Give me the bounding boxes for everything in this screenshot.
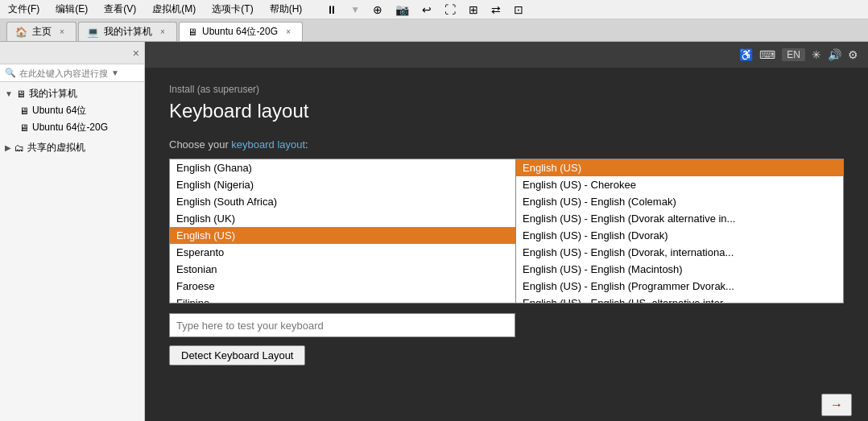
list-item[interactable]: English (US) - English (Programmer Dvora… — [516, 278, 843, 295]
volume-icon[interactable]: 🔊 — [828, 48, 841, 61]
main-area: × 🔍 ▼ ▼ 🖥 我的计算机 🖥 Ubuntu 64位 🖥 Ubuntu 64… — [0, 42, 868, 421]
toolbar-send-icon[interactable]: ⊕ — [368, 2, 387, 18]
toolbar-switch-icon[interactable]: ⇄ — [486, 2, 506, 18]
list-item[interactable]: English (US) - English (Macintosh) — [516, 261, 843, 278]
toolbar-more-icon[interactable]: ⊞ — [464, 2, 483, 18]
next-arrow-icon: → — [830, 398, 843, 412]
list-item[interactable]: Faroese — [170, 278, 515, 295]
tab-mypc-label: 我的计算机 — [104, 25, 152, 39]
list-item[interactable]: English (US) - English (US, alternative … — [516, 295, 843, 303]
page-title: Keyboard layout — [169, 100, 844, 122]
tab-home-icon: 🏠 — [15, 27, 27, 38]
menu-help[interactable]: 帮助(H) — [265, 1, 308, 18]
toolbar-restore-icon[interactable]: ↩ — [417, 2, 436, 18]
tab-ubuntu-close[interactable]: × — [283, 27, 294, 38]
keyboard-lists: English (Ghana) English (Nigeria) Englis… — [169, 159, 844, 303]
toolbar-fullscreen-icon[interactable]: ⛶ — [440, 2, 461, 18]
tab-home[interactable]: 🏠 主页 × — [6, 22, 76, 41]
toolbar-pause-icon[interactable]: ⏸ — [321, 2, 342, 18]
vm-20g-icon: 🖥 — [19, 122, 29, 134]
tab-home-label: 主页 — [32, 25, 52, 39]
search-input[interactable] — [19, 68, 108, 78]
expand-icon: ▼ — [5, 89, 13, 98]
menu-tab[interactable]: 选项卡(T) — [207, 1, 258, 18]
sidebar-item-mypc[interactable]: ▼ 🖥 我的计算机 — [0, 85, 144, 102]
list-item[interactable]: Estonian — [170, 261, 515, 278]
menu-bar: 文件(F) 编辑(E) 查看(V) 虚拟机(M) 选项卡(T) 帮助(H) ⏸ … — [0, 0, 868, 19]
list-item[interactable]: English (Ghana) — [170, 159, 515, 176]
sidebar: × 🔍 ▼ ▼ 🖥 我的计算机 🖥 Ubuntu 64位 🖥 Ubuntu 64… — [0, 42, 145, 421]
list-item[interactable]: English (US) - English (Dvorak, internat… — [516, 244, 843, 261]
tab-mypc[interactable]: 💻 我的计算机 × — [78, 22, 177, 41]
search-dropdown-icon[interactable]: ▼ — [111, 68, 119, 77]
toolbar-resize-icon[interactable]: ⊡ — [509, 2, 528, 18]
layout-left-list[interactable]: English (Ghana) English (Nigeria) Englis… — [169, 159, 515, 303]
list-item[interactable]: English (US) - English (Dvorak) — [516, 227, 843, 244]
list-item[interactable]: English (Nigeria) — [170, 176, 515, 193]
list-item[interactable]: English (US) - Cherokee — [516, 176, 843, 193]
content-area: ♿ ⌨ EN ✳ 🔊 ⚙ Install (as superuser) Keyb… — [145, 42, 868, 421]
ubuntu64-20g-label: Ubuntu 64位-20G — [32, 121, 108, 134]
sidebar-item-ubuntu64[interactable]: 🖥 Ubuntu 64位 — [0, 102, 144, 119]
tab-mypc-close[interactable]: × — [157, 27, 168, 38]
list-item[interactable]: Filipino — [170, 295, 515, 303]
sidebar-item-shared[interactable]: ▶ 🗂 共享的虚拟机 — [0, 139, 144, 156]
keyboard-test-input[interactable] — [169, 313, 515, 337]
bluetooth-icon[interactable]: ✳ — [812, 48, 821, 61]
language-indicator[interactable]: EN — [782, 48, 805, 61]
list-item[interactable]: English (US) - English (Dvorak alternati… — [516, 210, 843, 227]
tab-home-close[interactable]: × — [56, 27, 68, 38]
list-item-selected[interactable]: English (US) — [516, 159, 843, 176]
choose-label: Choose your keyboard layout: — [169, 138, 844, 151]
list-item[interactable]: English (UK) — [170, 210, 515, 227]
sidebar-search-bar: 🔍 ▼ — [0, 64, 144, 82]
tab-ubuntu[interactable]: 🖥 Ubuntu 64位-20G × — [179, 22, 303, 41]
sidebar-header: × — [0, 42, 144, 64]
settings-icon[interactable]: ⚙ — [848, 48, 858, 61]
menu-edit[interactable]: 编辑(E) — [51, 1, 93, 18]
tab-ubuntu-icon: 🖥 — [188, 27, 197, 38]
shared-expand-icon: ▶ — [5, 143, 11, 152]
shared-label: 共享的虚拟机 — [27, 141, 85, 155]
menu-view[interactable]: 查看(V) — [99, 1, 141, 18]
computer-icon: 🖥 — [16, 89, 26, 100]
keyboard-icon[interactable]: ⌨ — [759, 48, 775, 61]
tab-ubuntu-label: Ubuntu 64位-20G — [202, 25, 278, 39]
search-icon: 🔍 — [5, 68, 16, 78]
accessibility-icon[interactable]: ♿ — [739, 48, 753, 61]
keyboard-layout-link[interactable]: keyboard layout — [231, 138, 305, 151]
shared-icon: 🗂 — [14, 142, 24, 154]
layout-right-list[interactable]: English (US) English (US) - Cherokee Eng… — [515, 159, 844, 303]
sidebar-tree: ▼ 🖥 我的计算机 🖥 Ubuntu 64位 🖥 Ubuntu 64位-20G … — [0, 82, 144, 421]
vm-icon: 🖥 — [19, 105, 29, 117]
toolbar-snap-icon[interactable]: 📷 — [391, 2, 414, 18]
next-button[interactable]: → — [821, 394, 852, 416]
sidebar-close-button[interactable]: × — [133, 47, 139, 60]
ubuntu64-label: Ubuntu 64位 — [32, 104, 86, 118]
sidebar-item-ubuntu64-20g[interactable]: 🖥 Ubuntu 64位-20G — [0, 119, 144, 136]
status-bar: ♿ ⌨ EN ✳ 🔊 ⚙ — [145, 42, 868, 68]
mypc-label: 我的计算机 — [29, 87, 77, 101]
tab-bar: 🏠 主页 × 💻 我的计算机 × 🖥 Ubuntu 64位-20G × — [0, 19, 868, 42]
detect-keyboard-button[interactable]: Detect Keyboard Layout — [169, 345, 305, 365]
list-item[interactable]: English (South Africa) — [170, 193, 515, 210]
menu-vm[interactable]: 虚拟机(M) — [147, 1, 200, 18]
list-item[interactable]: English (US) - English (Colemak) — [516, 193, 843, 210]
menu-file[interactable]: 文件(F) — [3, 1, 44, 18]
install-label: Install (as superuser) — [169, 84, 844, 95]
tab-mypc-icon: 💻 — [87, 27, 99, 38]
bottom-bar: → — [145, 389, 868, 421]
list-item-selected[interactable]: English (US) — [170, 227, 515, 244]
list-item[interactable]: Esperanto — [170, 244, 515, 261]
vm-content: Install (as superuser) Keyboard layout C… — [145, 68, 868, 389]
